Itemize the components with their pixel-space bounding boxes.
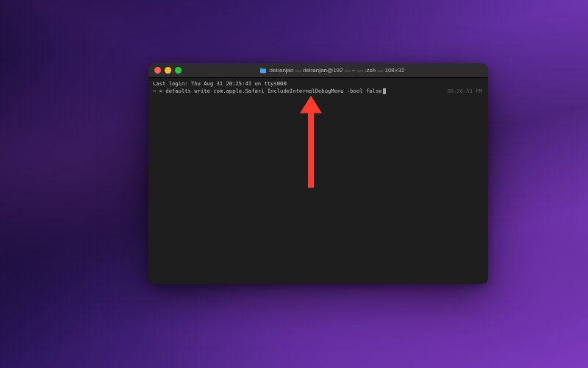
close-button[interactable]	[154, 67, 161, 74]
minimize-button[interactable]	[165, 67, 171, 74]
text-cursor	[383, 88, 386, 94]
timestamp-text: 08:28:51 PM	[447, 88, 482, 95]
window-controls	[154, 67, 182, 74]
maximize-button[interactable]	[175, 67, 182, 74]
window-title-container: debanjan — debanjan@192 — ~ — -zsh — 108…	[182, 67, 482, 74]
window-title-bar[interactable]: debanjan — debanjan@192 — ~ — -zsh — 108…	[148, 63, 488, 78]
prompt-prefix: ~ >	[153, 88, 165, 94]
window-title-text: debanjan — debanjan@192 — ~ — -zsh — 108…	[270, 67, 405, 74]
terminal-content[interactable]: Last login: Thu Aug 31 20:25:41 on ttys0…	[148, 78, 488, 284]
last-login-text: Last login: Thu Aug 31 20:25:41 on ttys0…	[153, 80, 484, 88]
command-input[interactable]: ~ > defaults write com.apple.Safari Incl…	[153, 88, 386, 95]
folder-icon	[259, 68, 267, 74]
typed-command: defaults write com.apple.Safari IncludeI…	[165, 88, 381, 94]
terminal-window[interactable]: debanjan — debanjan@192 — ~ — -zsh — 108…	[148, 63, 488, 284]
prompt-line: ~ > defaults write com.apple.Safari Incl…	[153, 88, 484, 95]
